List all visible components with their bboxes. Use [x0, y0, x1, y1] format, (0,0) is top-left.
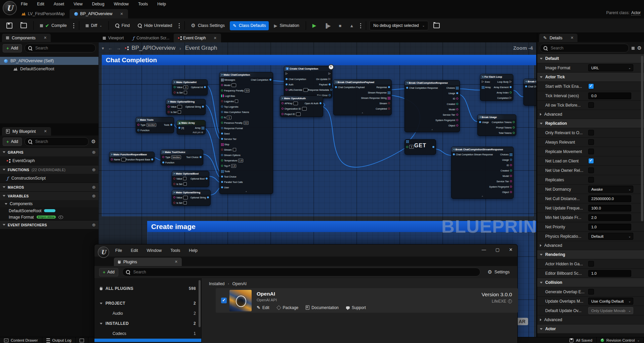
value-widget[interactable] [293, 102, 298, 105]
menu-help[interactable]: Help [157, 2, 166, 6]
graph-tab-construction-scr[interactable]: ƒConstruction Scr... [128, 34, 174, 42]
checkbox-widget[interactable] [233, 148, 236, 151]
menu-asset[interactable]: Asset [54, 2, 64, 6]
pin[interactable] [221, 132, 223, 135]
variable-image-format[interactable]: Image FormatEOpen AIIma [0, 214, 98, 220]
value-widget[interactable]: 0 [183, 85, 188, 89]
checkbox-widget[interactable] [183, 201, 187, 204]
pin[interactable] [286, 83, 288, 85]
node-break-usage[interactable]: =(Break UsageUsageCompletion TokensPromp… [477, 114, 516, 136]
exec-pin[interactable]: ▷ [510, 97, 512, 99]
checkbox-replicate-movement[interactable] [588, 149, 594, 154]
breadcrumb-openai[interactable]: OpenAI [232, 281, 247, 286]
pin[interactable] [513, 126, 515, 128]
input-tick-interval-secs[interactable]: 0.0 [588, 92, 631, 99]
pin[interactable] [335, 86, 337, 88]
pin[interactable] [221, 154, 223, 156]
details-search-input[interactable] [550, 45, 625, 51]
add-icon[interactable]: ⊕ [92, 222, 96, 227]
pin[interactable] [221, 159, 223, 161]
menu-view[interactable]: View [74, 2, 83, 6]
my-blueprint-settings-icon[interactable]: ⚙ [91, 139, 96, 145]
pin[interactable] [282, 108, 284, 110]
value-widget[interactable]: 1 [227, 116, 231, 119]
node-make-toolchoice[interactable]: )=Make ToolChoiceTypefunctionTool Choice… [161, 149, 203, 165]
close-icon[interactable]: ✕ [214, 36, 217, 40]
node-make-openaiauth[interactable]: )=Make OpenAIAuthAPIKeyOpen AI AuthOrgan… [280, 96, 323, 117]
pin[interactable] [456, 108, 458, 110]
details-section-collision[interactable]: Collision [537, 278, 644, 287]
hide-unrelated-button[interactable]: Hide Unrelated [135, 21, 175, 30]
pin[interactable] [282, 102, 284, 104]
array-pin[interactable] [388, 91, 388, 92]
node-break-chatcompletionstreamresponse[interactable]: =(Break ChatCompletionStreamResponseChat… [451, 147, 514, 199]
details-section-replication[interactable]: Replication [537, 119, 644, 128]
node-get[interactable]: GET0 [404, 139, 436, 155]
close-icon[interactable]: ✕ [175, 260, 178, 264]
details-section-actor[interactable]: Actor [537, 325, 644, 334]
menu-window[interactable]: Window [114, 2, 129, 6]
collapse-chevron[interactable]: ^ [334, 111, 391, 115]
details-section-rendering[interactable]: Rendering [537, 250, 644, 259]
checkbox-only-relevant-to-o[interactable] [588, 130, 594, 136]
class-settings-button[interactable]: ⚙Class Settings [188, 21, 228, 31]
details-section-default[interactable]: Default [537, 54, 644, 63]
pin[interactable] [406, 87, 408, 89]
input-net-cull-distance[interactable]: 225000000.0 [588, 195, 631, 202]
close-button[interactable]: ✕ [509, 247, 513, 252]
node-header[interactable]: =(Break ChatCompletionStreamResponse [452, 147, 513, 152]
collapse-chevron[interactable]: ^ [220, 190, 273, 194]
plugins-sidebar-installed[interactable]: INSTALLED2 [94, 318, 201, 329]
node-header[interactable]: =(Break Usage [478, 115, 516, 119]
node-header[interactable]: )=Make OptionalString [166, 99, 205, 104]
node-header[interactable]: =(Break Ch [524, 79, 536, 84]
plugins-sidebar-all-plugins[interactable]: ALL PLUGINS598 [94, 283, 201, 294]
input-net-update-freque[interactable]: 100.0 [588, 205, 631, 212]
subsection-components[interactable]: Components [0, 200, 98, 207]
variable-defaultsceneroot[interactable]: DefaultSceneRoot [0, 207, 98, 214]
hide-unrelated-options-button[interactable] [179, 25, 180, 26]
plugins-menu-tools[interactable]: Tools [170, 248, 180, 253]
value-widget[interactable]: 0.0 [244, 121, 249, 125]
plugins-sidebar-selected-row[interactable] [94, 339, 201, 342]
pin[interactable] [286, 78, 288, 80]
value-widget[interactable] [177, 105, 182, 109]
checkbox-widget[interactable] [235, 100, 238, 103]
parent-class-link[interactable]: Actor [631, 10, 641, 15]
pin[interactable] [221, 127, 223, 129]
pin[interactable] [111, 158, 113, 160]
section-header-variables[interactable]: VARIABLES⊕ [0, 191, 98, 200]
node-break-chatcompletionresponse[interactable]: =(Break ChatCompletionResponseChat Compl… [404, 80, 460, 132]
add-pin-button[interactable]: Add pin ⊕ [177, 130, 205, 134]
add-icon[interactable]: ⊕ [92, 193, 96, 198]
my-blueprint-search[interactable] [25, 137, 89, 146]
node-make-array[interactable]: ▣Make Array[0]ArrayAdd pin ⊕ [177, 120, 206, 135]
pin[interactable] [173, 178, 175, 180]
pin[interactable] [221, 111, 223, 113]
exec-pin[interactable]: ▷ [286, 72, 288, 75]
node-header[interactable]: )=Make FunctionRequestBase [110, 152, 154, 157]
content-drawer-button[interactable]: Content Drawer [0, 337, 42, 343]
blueprint-item-constructionscript[interactable]: ƒConstructionScript [0, 174, 98, 183]
plugins-menu-help[interactable]: Help [189, 248, 198, 253]
plugin-action-support[interactable]: Support [346, 305, 366, 310]
node-make-optionalbool[interactable]: )=Make OptionalBoolValueOptional BoolIs … [172, 171, 209, 187]
input-editor-billboard-sc[interactable]: 1.0 [588, 270, 631, 277]
pin[interactable] [173, 196, 175, 198]
checkbox-replicates[interactable] [588, 177, 594, 183]
array-pin[interactable] [510, 153, 510, 154]
plugins-search-input[interactable] [133, 269, 477, 275]
pin[interactable] [221, 84, 223, 86]
pin[interactable] [221, 176, 223, 178]
pin[interactable] [207, 196, 209, 198]
pin[interactable] [221, 100, 223, 102]
value-widget[interactable] [121, 158, 126, 161]
exec-pin[interactable]: ▷ [329, 72, 331, 75]
menu-tools[interactable]: Tools [138, 2, 148, 6]
node-make-optionalint[interactable]: )=Make OptionalIntValue0Optional IntIs S… [172, 79, 208, 96]
pin[interactable] [162, 156, 164, 158]
pin[interactable] [513, 121, 515, 123]
components-search[interactable] [25, 44, 96, 52]
section-header-macros[interactable]: MACROS⊕ [0, 183, 98, 191]
pin[interactable] [137, 124, 139, 126]
